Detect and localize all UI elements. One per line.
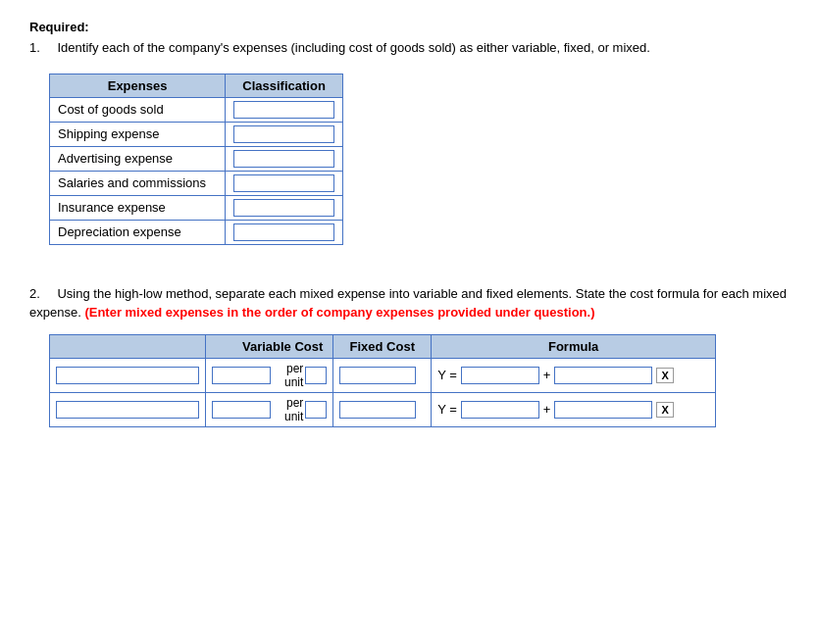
classification-input-2[interactable] [226,122,343,146]
formula-row-2: per unit Y = + X [50,392,716,426]
formula-y-field-1[interactable] [461,367,539,384]
classification-input-4[interactable] [226,171,343,195]
classification-field-1[interactable] [233,101,334,119]
expense-name-2: Shipping expense [50,122,226,146]
q2-text-red: (Enter mixed expenses in the order of co… [84,305,594,320]
formula-var-cell-1[interactable]: per unit [206,358,333,392]
classification-col-header: Classification [226,74,343,97]
classification-input-1[interactable] [226,97,343,122]
table-row: Depreciation expense [50,220,343,244]
formula-formula-cell-2: Y = + X [432,392,716,426]
q1-number: 1. [29,40,40,55]
question-1: 1. Identify each of the company's expens… [29,38,788,58]
formula-name-input-2[interactable] [50,392,206,426]
section-q2: 2. Using the high-low method, separate e… [29,284,788,427]
formula-var-extra-1[interactable] [305,367,327,384]
formula-fixed-cell-2[interactable] [333,392,432,426]
section-required: Required: 1. Identify each of the compan… [29,20,788,245]
table-row: Advertising expense [50,146,343,171]
formula-var-extra-2[interactable] [305,401,327,419]
classification-field-6[interactable] [233,223,334,241]
plus-label-1: + [543,368,551,382]
formula-plus-field-1[interactable] [554,367,652,384]
q2-text-block: 2. Using the high-low method, separate e… [29,284,788,322]
formula-var-cell-2[interactable]: per unit [206,392,333,426]
formula-var-field-1[interactable] [212,367,271,384]
formula-var-field-2[interactable] [212,401,271,419]
expense-classification-table: Expenses Classification Cost of goods so… [49,74,343,245]
classification-input-3[interactable] [226,146,343,171]
classification-input-6[interactable] [226,220,343,244]
table-row: Cost of goods sold [50,97,343,122]
q1-text: Identify each of the company's expenses … [57,40,649,55]
table-row: Insurance expense [50,195,343,220]
formula-fixed-cell-1[interactable] [333,358,432,392]
expense-name-4: Salaries and commissions [50,171,226,195]
formula-row-1: per unit Y = + X [50,358,716,392]
formula-y-field-2[interactable] [461,401,539,419]
formula-fixed-field-1[interactable] [339,367,416,384]
expense-col-header: Expenses [50,74,226,97]
classification-field-3[interactable] [233,150,334,168]
formula-col-name [50,334,206,358]
expense-name-6: Depreciation expense [50,220,226,244]
formula-plus-field-2[interactable] [554,401,652,419]
per-unit-label-1: per unit [273,362,303,389]
classification-field-5[interactable] [233,199,334,217]
formula-formula-cell-1: Y = + X [432,358,716,392]
formula-delete-btn-2[interactable]: X [656,402,673,418]
expense-name-1: Cost of goods sold [50,97,226,122]
formula-name-input-1[interactable] [50,358,206,392]
classification-field-4[interactable] [233,174,334,192]
y-equals-label-1: Y = [437,368,457,382]
plus-label-2: + [543,402,551,417]
table-row: Shipping expense [50,122,343,146]
per-unit-label-2: per unit [273,396,303,423]
formula-table: Variable Cost Fixed Cost Formula per uni… [49,334,716,427]
classification-input-5[interactable] [226,195,343,220]
required-label: Required: [29,20,788,34]
expense-name-3: Advertising expense [50,146,226,171]
formula-col-variable: Variable Cost [206,334,333,358]
formula-name-field-1[interactable] [56,367,199,384]
q2-number: 2. [29,286,40,301]
expense-name-5: Insurance expense [50,195,226,220]
formula-col-formula: Formula [432,334,716,358]
table-row: Salaries and commissions [50,171,343,195]
classification-field-2[interactable] [233,125,334,143]
formula-fixed-field-2[interactable] [339,401,416,419]
formula-name-field-2[interactable] [56,401,199,419]
formula-delete-btn-1[interactable]: X [656,368,673,383]
y-equals-label-2: Y = [437,402,457,417]
formula-col-fixed: Fixed Cost [333,334,432,358]
